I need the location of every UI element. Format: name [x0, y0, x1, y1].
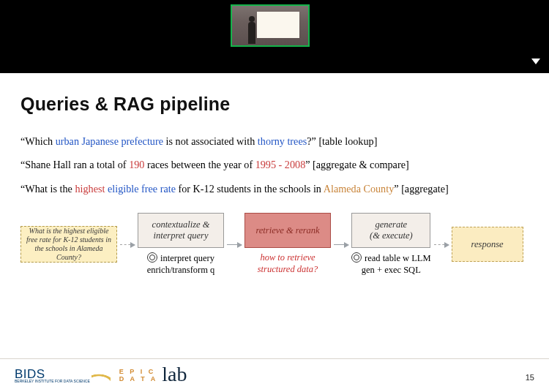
query-line-1: “Which urban Japanese prefecture is not …	[20, 134, 529, 149]
arrow-icon	[434, 244, 449, 245]
caption-generate: read table w LLM gen + exec SQL	[351, 252, 431, 276]
example-queries: “Which urban Japanese prefecture is not …	[20, 134, 529, 197]
pipeline-context-box: contextualize & interpret query	[138, 213, 224, 248]
presenter-camera-thumbnail[interactable]	[231, 4, 310, 47]
arrow-icon	[334, 244, 348, 245]
fullscreen-chevron-icon[interactable]	[531, 59, 540, 64]
slide-title: Queries & RAG pipeline	[20, 94, 529, 115]
camera-presenter-silhouette	[248, 22, 255, 44]
query-line-3: “What is the highest eligible free rate …	[20, 181, 529, 197]
caption-retrieve: how to retrieve structured data?	[244, 252, 331, 275]
shared-slide: Queries & RAG pipeline “Which urban Japa…	[0, 73, 549, 392]
pipeline-query-box: What is the highest eligible free rate f…	[20, 226, 117, 263]
lab-logo: lab	[162, 363, 187, 386]
query-line-2: “Shane Hall ran a total of 190 races bet…	[20, 157, 529, 173]
camera-projected-screen	[257, 12, 299, 38]
pipeline-response-box: response	[452, 227, 523, 262]
bids-logo: BIDS BERKELEY INSTITUTE FOR DATA SCIENCE	[15, 369, 111, 383]
slide-page-number: 15	[526, 373, 534, 382]
epic-data-logo: E P I C D A T A	[119, 369, 158, 383]
slide-footer: BIDS BERKELEY INSTITUTE FOR DATA SCIENCE…	[0, 358, 549, 392]
bids-swoosh-icon	[92, 369, 111, 383]
openai-icon	[351, 252, 362, 263]
pipeline-retrieve-box: retrieve & rerank	[244, 213, 331, 248]
pipeline-diagram: What is the highest eligible free rate f…	[20, 213, 529, 286]
openai-icon	[147, 252, 157, 263]
pipeline-generate-box: generate(& execute)	[351, 213, 430, 248]
video-meeting-window: Queries & RAG pipeline “Which urban Japa…	[0, 0, 549, 392]
arrow-icon	[120, 244, 135, 245]
caption-context: interpret query enrich/transform q	[138, 252, 224, 276]
arrow-icon	[227, 244, 242, 245]
